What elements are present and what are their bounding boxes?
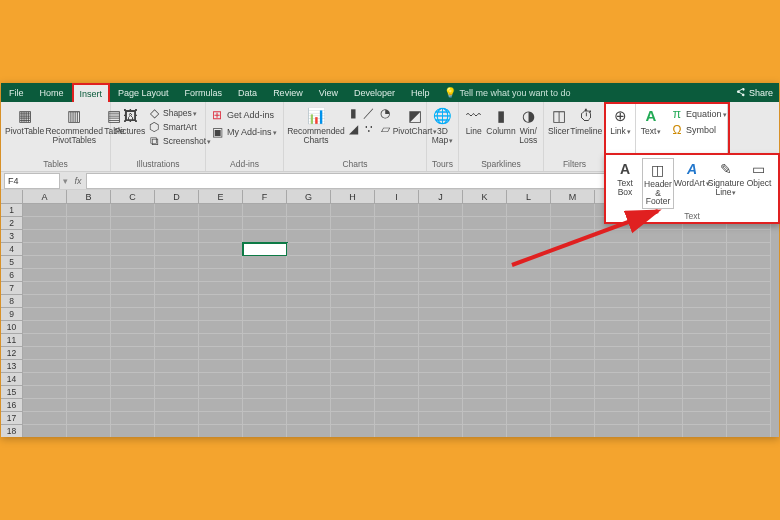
cell-O17[interactable] [639,412,683,425]
pie-chart-icon[interactable]: ◔ [378,107,392,119]
cell-E16[interactable] [199,399,243,412]
column-header-D[interactable]: D [155,190,199,203]
cell-A13[interactable] [23,360,67,373]
cell-F5[interactable] [243,256,287,269]
cell-O4[interactable] [639,243,683,256]
cell-J16[interactable] [419,399,463,412]
cell-L1[interactable] [507,204,551,217]
cell-L11[interactable] [507,334,551,347]
cell-I16[interactable] [375,399,419,412]
row-header-5[interactable]: 5 [1,256,23,269]
cell-M15[interactable] [551,386,595,399]
column-header-E[interactable]: E [199,190,243,203]
cell-K17[interactable] [463,412,507,425]
cell-G10[interactable] [287,321,331,334]
cell-G17[interactable] [287,412,331,425]
cell-B9[interactable] [67,308,111,321]
cell-L14[interactable] [507,373,551,386]
cell-A15[interactable] [23,386,67,399]
cell-C1[interactable] [111,204,155,217]
cell-F9[interactable] [243,308,287,321]
cell-H5[interactable] [331,256,375,269]
cell-K6[interactable] [463,269,507,282]
cell-N9[interactable] [595,308,639,321]
row-header-16[interactable]: 16 [1,399,23,412]
cell-O9[interactable] [639,308,683,321]
row-header-11[interactable]: 11 [1,334,23,347]
cell-Q3[interactable] [727,230,771,243]
cell-F12[interactable] [243,347,287,360]
cell-N6[interactable] [595,269,639,282]
pivottable-button[interactable]: ▦ PivotTable [5,104,44,136]
cell-G13[interactable] [287,360,331,373]
cell-P15[interactable] [683,386,727,399]
cell-A9[interactable] [23,308,67,321]
cell-J7[interactable] [419,282,463,295]
cell-D2[interactable] [155,217,199,230]
tab-help[interactable]: Help [403,83,438,102]
name-box[interactable]: F4 [4,173,60,189]
cell-E2[interactable] [199,217,243,230]
cell-C12[interactable] [111,347,155,360]
cell-C14[interactable] [111,373,155,386]
cell-M6[interactable] [551,269,595,282]
cell-B12[interactable] [67,347,111,360]
cell-K18[interactable] [463,425,507,437]
tab-home[interactable]: Home [32,83,72,102]
cell-B15[interactable] [67,386,111,399]
cell-J18[interactable] [419,425,463,437]
cell-A14[interactable] [23,373,67,386]
cell-K1[interactable] [463,204,507,217]
cell-C3[interactable] [111,230,155,243]
row-header-14[interactable]: 14 [1,373,23,386]
scatter-chart-icon[interactable]: ∵ [362,123,376,135]
cell-A8[interactable] [23,295,67,308]
cell-H16[interactable] [331,399,375,412]
cell-C5[interactable] [111,256,155,269]
cell-L15[interactable] [507,386,551,399]
cell-I14[interactable] [375,373,419,386]
sparkline-winloss-button[interactable]: ◑Win/ Loss [518,104,539,145]
cell-B17[interactable] [67,412,111,425]
cell-H14[interactable] [331,373,375,386]
cell-L16[interactable] [507,399,551,412]
cell-G7[interactable] [287,282,331,295]
cell-K11[interactable] [463,334,507,347]
cell-M13[interactable] [551,360,595,373]
cell-P6[interactable] [683,269,727,282]
cell-K5[interactable] [463,256,507,269]
row-header-3[interactable]: 3 [1,230,23,243]
cell-J2[interactable] [419,217,463,230]
cell-B8[interactable] [67,295,111,308]
cell-J9[interactable] [419,308,463,321]
cell-D12[interactable] [155,347,199,360]
column-header-K[interactable]: K [463,190,507,203]
bar-chart-icon[interactable]: ▮ [346,107,360,119]
cell-E8[interactable] [199,295,243,308]
cell-A7[interactable] [23,282,67,295]
cell-B6[interactable] [67,269,111,282]
cell-O13[interactable] [639,360,683,373]
cell-I3[interactable] [375,230,419,243]
cell-A16[interactable] [23,399,67,412]
cell-H9[interactable] [331,308,375,321]
cell-D6[interactable] [155,269,199,282]
row-header-1[interactable]: 1 [1,204,23,217]
cell-P10[interactable] [683,321,727,334]
cell-D7[interactable] [155,282,199,295]
cell-E3[interactable] [199,230,243,243]
timeline-button[interactable]: ⏱Timeline [571,104,601,136]
cell-K13[interactable] [463,360,507,373]
cell-A12[interactable] [23,347,67,360]
cell-L7[interactable] [507,282,551,295]
cell-A11[interactable] [23,334,67,347]
cell-O12[interactable] [639,347,683,360]
cell-I13[interactable] [375,360,419,373]
cell-C8[interactable] [111,295,155,308]
cell-P5[interactable] [683,256,727,269]
cell-F13[interactable] [243,360,287,373]
cell-H18[interactable] [331,425,375,437]
cell-O16[interactable] [639,399,683,412]
cell-D3[interactable] [155,230,199,243]
cell-K10[interactable] [463,321,507,334]
